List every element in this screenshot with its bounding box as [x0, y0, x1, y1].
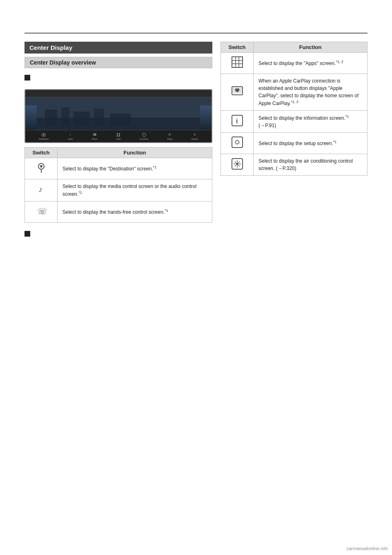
switch-cell-phone: ☏	[25, 201, 58, 223]
function-cell-apps: Select to display the "Apps" screen.*1, …	[254, 53, 368, 74]
display-mockup: Destination ♪ Audio ☎ Phone	[24, 89, 212, 143]
apps-grid-icon	[231, 64, 243, 69]
switch-cell-info: i	[221, 111, 254, 133]
section-marker	[24, 75, 30, 81]
function-cell-phone: Select to display the hands-free control…	[58, 201, 212, 223]
table-row: ♪ Select to display the media control sc…	[25, 179, 212, 201]
table-row: i Select to display the information scre…	[221, 111, 368, 133]
left-table-header-switch: Switch	[25, 148, 58, 158]
footnote-apps: *1, 2	[336, 60, 343, 64]
setup-gear-icon	[231, 144, 243, 150]
table-row: Select to display the "Destination" scre…	[25, 158, 212, 179]
display-nav-label-audio: Audio	[68, 138, 73, 140]
subsection-title: Center Display overview	[30, 59, 96, 66]
svg-rect-3	[61, 107, 69, 126]
display-nav-label-apps: Apps	[116, 138, 121, 140]
phone-icon: ☏	[35, 213, 47, 218]
svg-text:♪: ♪	[38, 185, 42, 194]
svg-text:i: i	[236, 118, 238, 125]
audio-icon: ♪	[35, 191, 47, 197]
switch-cell-carplay	[221, 74, 254, 111]
left-switch-table: Switch Function	[24, 147, 212, 223]
function-cell-setup: Select to display the setup screen.*1	[254, 133, 368, 154]
display-screen	[25, 97, 212, 130]
switch-cell-climate	[221, 154, 254, 176]
svg-line-37	[235, 165, 236, 166]
display-nav-info: i Functions	[140, 133, 149, 140]
footnote-setup: *1	[333, 140, 337, 144]
svg-rect-2	[45, 110, 57, 126]
content-area: Center Display Center Display overview	[0, 42, 392, 249]
display-nav-destination: Destination	[39, 133, 49, 140]
footnote-carplay: *1, 2	[291, 100, 298, 104]
display-nav-climate: ❄ Climate	[191, 133, 198, 140]
display-nav-label-phone: Phone	[91, 138, 97, 140]
page-container: Center Display Center Display overview	[0, 0, 392, 555]
svg-rect-8	[119, 133, 120, 134]
table-row: ☏ Select to display the hands-free contr…	[25, 201, 212, 223]
table-row: When an Apple CarPlay connection is esta…	[221, 74, 368, 111]
display-nav-label-info: Functions	[140, 138, 149, 140]
function-cell-carplay: When an Apple CarPlay connection is esta…	[254, 74, 368, 111]
table-row: Select to display the setup screen.*1	[221, 133, 368, 154]
svg-rect-10	[119, 135, 120, 137]
top-rule	[24, 33, 368, 34]
destination-icon	[35, 169, 47, 175]
apple-carplay-icon	[231, 93, 243, 98]
right-table-header-function: Function	[254, 42, 368, 53]
svg-rect-5	[94, 109, 104, 126]
svg-text:☏: ☏	[37, 207, 47, 216]
display-nav-phone: ☎ Phone	[91, 133, 97, 140]
right-table-header-switch: Switch	[221, 42, 254, 53]
info-icon: i	[231, 122, 243, 128]
section-header: Center Display	[24, 42, 212, 54]
switch-cell-audio: ♪	[25, 179, 58, 201]
display-nav-label-climate: Climate	[191, 138, 198, 140]
svg-line-34	[235, 161, 236, 163]
bottom-text	[24, 241, 212, 249]
left-column: Center Display Center Display overview	[24, 42, 212, 249]
left-table-header-function: Function	[58, 148, 212, 158]
footnote-destination: *1	[153, 165, 157, 169]
table-row: Select to display the "Apps" screen.*1, …	[221, 53, 368, 74]
function-cell-audio: Select to display the media control scre…	[58, 179, 212, 201]
table-row: Select to display the air conditioning c…	[221, 154, 368, 176]
display-bottom-bar: Destination ♪ Audio ☎ Phone	[25, 130, 212, 142]
display-nav-audio: ♪ Audio	[68, 133, 73, 140]
svg-point-27	[236, 141, 239, 144]
svg-point-29	[236, 163, 238, 165]
svg-line-35	[238, 165, 240, 166]
display-top-bar	[25, 90, 212, 97]
bottom-section-marker	[24, 231, 30, 237]
svg-line-36	[238, 161, 240, 163]
svg-rect-7	[117, 133, 118, 134]
svg-rect-4	[74, 112, 90, 126]
watermark: carmanualonline.info	[346, 546, 388, 551]
section-title: Center Display	[29, 44, 72, 51]
svg-rect-26	[232, 137, 243, 148]
display-nav-label-destination: Destination	[39, 138, 49, 140]
display-nav-setup: ⚙ Setup	[167, 133, 172, 140]
display-screen-inner	[25, 105, 212, 130]
svg-rect-9	[117, 135, 118, 137]
switch-cell-setup	[221, 133, 254, 154]
right-switch-table: Switch Function	[220, 42, 368, 176]
switch-cell-destination	[25, 158, 58, 179]
footnote-info: *1	[345, 114, 349, 119]
right-column: Switch Function	[220, 42, 368, 249]
climate-icon	[231, 166, 243, 171]
function-cell-climate: Select to display the air conditioning c…	[254, 154, 368, 176]
display-nav-apps: Apps	[116, 133, 121, 140]
switch-cell-apps	[221, 53, 254, 74]
footnote-phone: *1	[165, 208, 168, 213]
function-cell-info: Select to display the information screen…	[254, 111, 368, 133]
svg-rect-6	[110, 114, 131, 126]
svg-point-12	[40, 165, 42, 168]
footnote-audio: *1	[78, 190, 82, 195]
subsection-header: Center Display overview	[24, 57, 212, 68]
dashboard-scene	[25, 105, 212, 130]
display-nav-label-setup: Setup	[167, 138, 172, 140]
function-cell-destination: Select to display the "Destination" scre…	[58, 158, 212, 179]
svg-rect-16	[232, 57, 243, 67]
